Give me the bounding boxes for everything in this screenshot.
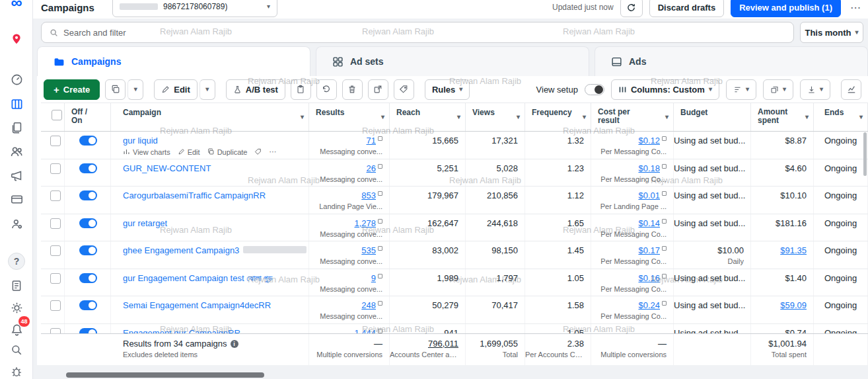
delete-button[interactable] xyxy=(342,79,363,100)
cost-value-link[interactable]: $0.14 xyxy=(638,218,660,228)
date-range-button[interactable]: This month ▾ xyxy=(800,22,863,43)
campaign-toggle[interactable] xyxy=(79,190,97,200)
campaigns-nav-icon[interactable] xyxy=(7,95,26,113)
compare-button[interactable]: ▾ xyxy=(763,79,793,100)
results-value-link[interactable]: 1,444 xyxy=(354,328,376,334)
billing-nav-icon[interactable] xyxy=(7,190,26,208)
table-row[interactable]: gur retarget 1,278 Messaging conve... 16… xyxy=(41,214,868,242)
row-checkbox[interactable] xyxy=(50,328,61,334)
export-report-button[interactable]: ▾ xyxy=(800,79,830,100)
edit-menu-button[interactable]: ▾ xyxy=(199,79,215,100)
charts-panel-button[interactable] xyxy=(841,79,861,100)
results-value-link[interactable]: 71 xyxy=(367,136,376,146)
row-checkbox[interactable] xyxy=(50,245,61,256)
campaign-toggle[interactable] xyxy=(79,273,97,283)
undo-button[interactable] xyxy=(316,79,337,100)
row-checkbox[interactable] xyxy=(50,273,61,284)
vertical-scrollbar-thumb[interactable] xyxy=(863,132,867,176)
cost-value-link[interactable]: $0.16 xyxy=(638,273,660,283)
campaign-toggle[interactable] xyxy=(79,163,97,173)
view-setup-toggle[interactable] xyxy=(585,84,604,95)
ad-account-selector[interactable]: 98672178060789) ▾ xyxy=(112,0,277,17)
header-amount-spent[interactable]: Amount spent ▾ xyxy=(751,103,814,131)
pin-action[interactable] xyxy=(254,148,262,155)
ab-test-button[interactable]: A/B test xyxy=(226,79,285,100)
campaign-toggle[interactable] xyxy=(79,136,97,146)
paste-button[interactable] xyxy=(291,79,311,100)
header-reach[interactable]: Reach ▾ xyxy=(390,103,466,131)
tab-ad-sets[interactable]: Ad sets xyxy=(316,46,589,76)
results-value-link[interactable]: 9 xyxy=(371,273,376,283)
campaign-name-link[interactable]: GUR_NEW-CONTENT xyxy=(123,163,211,173)
bug-report-icon[interactable] xyxy=(7,362,26,379)
campaign-toggle[interactable] xyxy=(79,218,97,228)
more-actions[interactable]: ⋯ xyxy=(269,147,277,156)
cost-value-link[interactable]: $0.24 xyxy=(638,300,660,310)
columns-button[interactable]: Columns: Custom ▾ xyxy=(611,79,719,100)
export-button[interactable] xyxy=(368,79,388,100)
results-value-link[interactable]: 535 xyxy=(361,245,376,255)
info-icon[interactable]: i xyxy=(231,340,238,348)
table-row[interactable]: gur liquid View charts Edit Duplicate ⋯ xyxy=(41,132,868,159)
search-nav-icon[interactable] xyxy=(7,341,26,359)
tab-ads[interactable]: Ads xyxy=(595,46,868,76)
settings-icon[interactable] xyxy=(7,298,26,317)
refresh-button[interactable] xyxy=(620,0,643,17)
campaign-name-link[interactable]: gur liquid xyxy=(123,136,158,146)
campaign-toggle[interactable] xyxy=(79,328,97,334)
row-checkbox[interactable] xyxy=(50,218,61,229)
header-campaign[interactable]: Campaign ▾ xyxy=(111,103,309,131)
create-button[interactable]: + Create xyxy=(44,79,100,100)
breakdown-button[interactable]: ▾ xyxy=(726,79,756,100)
edit-action[interactable]: Edit xyxy=(178,148,200,156)
results-value-link[interactable]: 26 xyxy=(367,163,376,173)
cost-value-link[interactable]: $0.17 xyxy=(638,245,660,255)
table-row[interactable]: ghee Engagement Campaign3 535 Messaging … xyxy=(41,241,868,269)
row-checkbox[interactable] xyxy=(50,163,61,174)
results-value-link[interactable]: 248 xyxy=(361,300,376,310)
duplicate-action[interactable]: Duplicate xyxy=(207,148,248,156)
horizontal-scrollbar-thumb[interactable] xyxy=(66,372,264,378)
tag-button[interactable] xyxy=(394,79,414,100)
table-row[interactable]: GUR_NEW-CONTENT 26 Messaging conve... 5,… xyxy=(41,159,868,187)
edit-button[interactable]: Edit xyxy=(154,79,198,100)
row-checkbox[interactable] xyxy=(50,136,61,146)
campaign-name-link[interactable]: gur retarget xyxy=(123,218,167,228)
select-all-checkbox[interactable] xyxy=(52,110,62,120)
header-results[interactable]: Results ▾ xyxy=(309,103,390,131)
notifications-icon[interactable]: 48 xyxy=(7,320,26,339)
cost-value-link[interactable]: $0.12 xyxy=(638,136,660,146)
rules-button[interactable]: Rules ▾ xyxy=(425,79,470,100)
table-row[interactable]: gur Engagement Campaign test ঝোলা গুড় 9… xyxy=(41,269,868,297)
row-checkbox[interactable] xyxy=(50,300,61,311)
campaign-name-link[interactable]: Semai Engagement Campaign4decRR xyxy=(123,300,271,310)
tab-campaigns[interactable]: Campaigns xyxy=(37,46,310,76)
header-views[interactable]: Views ▾ xyxy=(466,103,525,131)
pages-nav-icon[interactable] xyxy=(7,118,26,137)
table-row[interactable]: Engagement gur CampaignRR 1,444 941 1.05… xyxy=(41,324,868,334)
results-value-link[interactable]: 853 xyxy=(361,190,376,200)
campaign-name-link[interactable]: Engagement gur CampaignRR xyxy=(123,328,240,334)
row-checkbox[interactable] xyxy=(50,190,61,201)
review-publish-button[interactable]: Review and publish (1) xyxy=(731,0,841,17)
header-cost-per-result[interactable]: Cost per result ▾ xyxy=(591,103,674,131)
account-overview-icon[interactable] xyxy=(7,70,26,89)
results-value-link[interactable]: 1,278 xyxy=(354,218,376,228)
campaign-name-link[interactable]: CarogurbalasemiTraffic CampaignRR xyxy=(123,190,266,200)
reporting-nav-icon[interactable] xyxy=(7,276,26,295)
more-options-icon[interactable]: ⋯ xyxy=(848,1,864,14)
meta-logo-icon[interactable]: ∞ xyxy=(7,0,26,12)
campaign-toggle[interactable] xyxy=(79,245,97,255)
header-frequency[interactable]: Frequency ▾ xyxy=(525,103,591,131)
duplicate-button[interactable] xyxy=(105,79,126,100)
campaign-name-link[interactable]: gur Engagement Campaign test ঝোলা গুড় xyxy=(123,273,272,283)
audiences-nav-icon[interactable] xyxy=(7,142,26,161)
header-ends[interactable]: Ends ▾ xyxy=(814,103,868,131)
view-charts-action[interactable]: View charts xyxy=(123,148,170,156)
duplicate-menu-button[interactable]: ▾ xyxy=(127,79,143,100)
table-row[interactable]: CarogurbalasemiTraffic CampaignRR 853 La… xyxy=(41,187,868,214)
table-row[interactable]: Semai Engagement Campaign4decRR 248 Mess… xyxy=(41,296,868,324)
cost-value-link[interactable]: $0.18 xyxy=(638,163,660,173)
discard-drafts-button[interactable]: Discard drafts xyxy=(649,0,724,17)
campaign-toggle[interactable] xyxy=(79,300,97,310)
